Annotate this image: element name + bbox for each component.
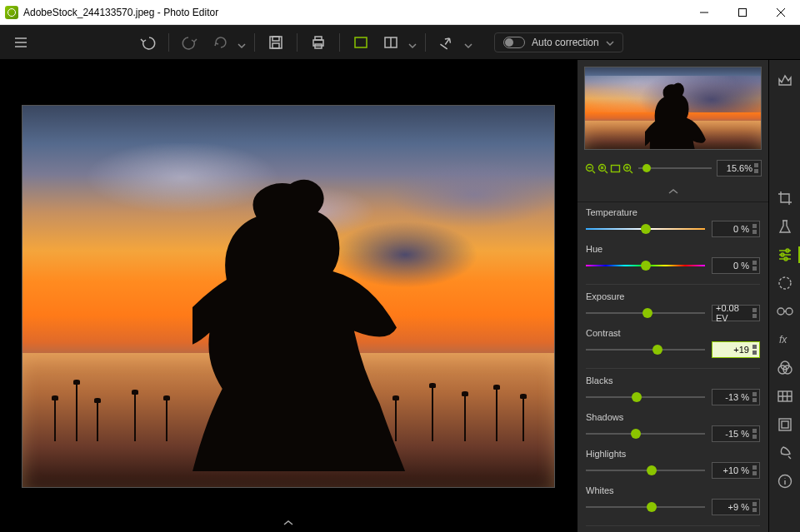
temperature-slider[interactable] — [586, 221, 705, 237]
adjustments-panel: 15.6% ADJUSTMENTS Temperature0 %Hue0 %Ex… — [577, 60, 768, 532]
contrast-slider[interactable] — [586, 341, 705, 358]
shadows-label: Shadows — [586, 412, 760, 422]
contrast-label: Contrast — [586, 328, 760, 338]
adjustments-tool-button[interactable] — [772, 243, 798, 266]
contrast-adjustment: Contrast+19 — [586, 328, 760, 358]
svg-rect-3 — [272, 43, 279, 48]
crop-tool-button[interactable] — [772, 186, 798, 210]
redo-step-button[interactable] — [208, 30, 232, 55]
history-dropdown[interactable] — [238, 38, 246, 47]
separator — [254, 33, 255, 52]
svg-rect-11 — [611, 165, 619, 172]
exposure-label: Exposure — [586, 291, 760, 301]
window-title: AdobeStock_244133570.jpeg - Photo Editor — [23, 7, 218, 18]
exposure-value-input[interactable]: +0.08 EV — [712, 305, 760, 321]
whites-slider[interactable] — [586, 499, 705, 515]
collapse-icon — [584, 201, 591, 202]
zoom-value-input[interactable]: 15.6% — [717, 160, 762, 177]
hue-slider[interactable] — [586, 257, 705, 274]
hamburger-menu-button[interactable] — [8, 30, 33, 55]
zoom-fit-button[interactable] — [609, 162, 621, 174]
main-toolbar: Auto correction — [0, 25, 800, 60]
undo-button[interactable] — [135, 30, 160, 55]
highlights-value-input[interactable]: +10 % — [712, 462, 760, 479]
temperature-value-input[interactable]: 0 % — [712, 221, 760, 237]
blacks-label: Blacks — [586, 375, 760, 385]
svg-rect-0 — [739, 8, 747, 16]
contrast-value-input[interactable]: +19 — [712, 341, 760, 358]
lab-tool-button[interactable] — [772, 215, 798, 238]
zoom-actual-button[interactable] — [597, 162, 608, 174]
fx-tool-button[interactable]: fx — [772, 328, 798, 351]
compare-dropdown[interactable] — [408, 38, 417, 47]
svg-text:fx: fx — [779, 334, 788, 346]
whites-label: Whites — [586, 485, 760, 495]
tool-strip: fx — [768, 60, 800, 532]
svg-rect-5 — [315, 37, 322, 40]
adjustments-section-header[interactable]: ADJUSTMENTS — [578, 201, 768, 202]
separator — [586, 368, 760, 369]
info-tool-button[interactable] — [772, 470, 798, 493]
auto-correction-toggle-icon — [503, 37, 525, 48]
channels-tool-button[interactable] — [772, 356, 798, 380]
zoom-slider[interactable] — [638, 167, 712, 169]
auto-correction-label: Auto correction — [532, 37, 599, 48]
grid-tool-button[interactable] — [772, 385, 798, 408]
app-icon — [5, 6, 18, 19]
window-close-button[interactable] — [762, 0, 800, 25]
fit-screen-button[interactable] — [348, 30, 373, 55]
separator — [339, 33, 340, 52]
window-maximize-button[interactable] — [723, 0, 762, 25]
panel-expand-icon[interactable] — [280, 519, 297, 529]
highlights-slider[interactable] — [586, 462, 705, 479]
svg-rect-25 — [782, 421, 788, 428]
collapse-preview-button[interactable] — [578, 183, 768, 201]
svg-rect-7 — [355, 37, 367, 47]
image-preview[interactable] — [578, 60, 768, 157]
export-button[interactable] — [434, 30, 459, 55]
window-minimize-button[interactable] — [685, 0, 723, 25]
svg-rect-2 — [272, 37, 279, 41]
save-button[interactable] — [263, 30, 288, 55]
hue-value-input[interactable]: 0 % — [712, 257, 760, 274]
shadows-value-input[interactable]: -15 % — [712, 425, 760, 442]
shadows-adjustment: Shadows-15 % — [586, 412, 760, 442]
svg-point-16 — [779, 277, 791, 289]
hue-label: Hue — [586, 244, 760, 254]
blacks-adjustment: Blacks-13 % — [586, 375, 760, 405]
subject-silhouette — [192, 174, 405, 471]
highlights-adjustment: Highlights+10 % — [586, 449, 760, 479]
chevron-down-icon — [606, 38, 614, 47]
histogram-tool-button[interactable] — [772, 68, 798, 92]
section-title: ADJUSTMENTS — [628, 201, 698, 202]
svg-rect-1 — [270, 37, 282, 48]
exposure-slider[interactable] — [586, 305, 705, 321]
separator — [297, 33, 298, 52]
frame-tool-button[interactable] — [772, 413, 798, 436]
redo-button[interactable] — [178, 30, 202, 55]
blacks-slider[interactable] — [586, 389, 705, 405]
zoom-in-button[interactable] — [622, 162, 633, 174]
auto-correction-button[interactable]: Auto correction — [494, 32, 623, 52]
compare-view-button[interactable] — [378, 30, 403, 55]
adjustments-enable-toggle[interactable] — [598, 201, 621, 202]
svg-point-18 — [786, 308, 792, 315]
zoom-out-button[interactable] — [584, 162, 596, 174]
whites-value-input[interactable]: +9 % — [712, 499, 760, 515]
window-titlebar: AdobeStock_244133570.jpeg - Photo Editor — [0, 0, 800, 25]
shadows-slider[interactable] — [586, 425, 705, 442]
magic-tool-button[interactable] — [772, 441, 798, 465]
temperature-label: Temperature — [586, 207, 760, 217]
separator — [586, 525, 760, 526]
temperature-adjustment: Temperature0 % — [586, 207, 760, 237]
canvas-area[interactable] — [0, 60, 577, 532]
separator — [168, 33, 169, 52]
svg-point-17 — [778, 308, 784, 315]
blacks-value-input[interactable]: -13 % — [712, 389, 760, 405]
glasses-tool-button[interactable] — [772, 300, 798, 323]
main-image[interactable] — [22, 105, 555, 488]
print-button[interactable] — [306, 30, 331, 55]
exposure-adjustment: Exposure+0.08 EV — [586, 291, 760, 321]
export-dropdown[interactable] — [464, 38, 472, 47]
selection-tool-button[interactable] — [772, 271, 798, 295]
